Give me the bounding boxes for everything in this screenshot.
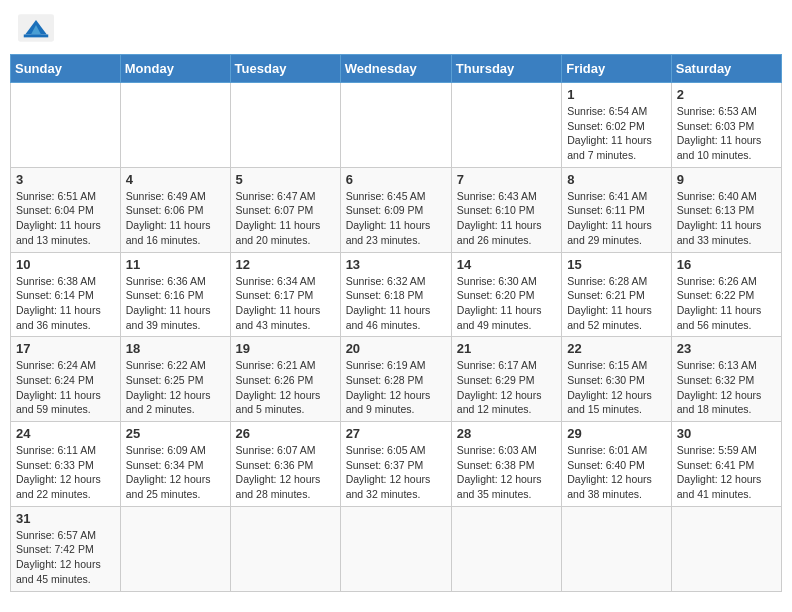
calendar-cell: 18Sunrise: 6:22 AM Sunset: 6:25 PM Dayli… — [120, 337, 230, 422]
day-info: Sunrise: 6:05 AM Sunset: 6:37 PM Dayligh… — [346, 443, 446, 502]
calendar-cell: 22Sunrise: 6:15 AM Sunset: 6:30 PM Dayli… — [562, 337, 672, 422]
col-header-tuesday: Tuesday — [230, 55, 340, 83]
day-info: Sunrise: 6:40 AM Sunset: 6:13 PM Dayligh… — [677, 189, 776, 248]
col-header-friday: Friday — [562, 55, 672, 83]
calendar-cell — [11, 83, 121, 168]
calendar-cell — [451, 506, 561, 591]
day-info: Sunrise: 6:54 AM Sunset: 6:02 PM Dayligh… — [567, 104, 666, 163]
calendar-cell — [340, 83, 451, 168]
day-number: 27 — [346, 426, 446, 441]
day-number: 10 — [16, 257, 115, 272]
day-info: Sunrise: 6:19 AM Sunset: 6:28 PM Dayligh… — [346, 358, 446, 417]
day-info: Sunrise: 6:21 AM Sunset: 6:26 PM Dayligh… — [236, 358, 335, 417]
day-info: Sunrise: 6:07 AM Sunset: 6:36 PM Dayligh… — [236, 443, 335, 502]
day-number: 28 — [457, 426, 556, 441]
calendar-cell — [120, 83, 230, 168]
calendar-header: SundayMondayTuesdayWednesdayThursdayFrid… — [11, 55, 782, 83]
calendar-cell: 28Sunrise: 6:03 AM Sunset: 6:38 PM Dayli… — [451, 422, 561, 507]
day-info: Sunrise: 6:41 AM Sunset: 6:11 PM Dayligh… — [567, 189, 666, 248]
day-info: Sunrise: 6:01 AM Sunset: 6:40 PM Dayligh… — [567, 443, 666, 502]
calendar-week-row: 1Sunrise: 6:54 AM Sunset: 6:02 PM Daylig… — [11, 83, 782, 168]
col-header-sunday: Sunday — [11, 55, 121, 83]
col-header-monday: Monday — [120, 55, 230, 83]
calendar-cell — [120, 506, 230, 591]
calendar-table: SundayMondayTuesdayWednesdayThursdayFrid… — [10, 54, 782, 592]
calendar-cell — [562, 506, 672, 591]
day-info: Sunrise: 6:53 AM Sunset: 6:03 PM Dayligh… — [677, 104, 776, 163]
col-header-thursday: Thursday — [451, 55, 561, 83]
calendar-cell: 7Sunrise: 6:43 AM Sunset: 6:10 PM Daylig… — [451, 167, 561, 252]
calendar-week-row: 17Sunrise: 6:24 AM Sunset: 6:24 PM Dayli… — [11, 337, 782, 422]
calendar-cell: 15Sunrise: 6:28 AM Sunset: 6:21 PM Dayli… — [562, 252, 672, 337]
generalblue-logo-icon — [18, 14, 54, 42]
calendar-cell: 6Sunrise: 6:45 AM Sunset: 6:09 PM Daylig… — [340, 167, 451, 252]
day-number: 23 — [677, 341, 776, 356]
day-number: 13 — [346, 257, 446, 272]
calendar-cell: 26Sunrise: 6:07 AM Sunset: 6:36 PM Dayli… — [230, 422, 340, 507]
day-info: Sunrise: 6:24 AM Sunset: 6:24 PM Dayligh… — [16, 358, 115, 417]
day-info: Sunrise: 6:34 AM Sunset: 6:17 PM Dayligh… — [236, 274, 335, 333]
day-number: 21 — [457, 341, 556, 356]
calendar-cell: 27Sunrise: 6:05 AM Sunset: 6:37 PM Dayli… — [340, 422, 451, 507]
day-number: 4 — [126, 172, 225, 187]
calendar-cell: 19Sunrise: 6:21 AM Sunset: 6:26 PM Dayli… — [230, 337, 340, 422]
day-info: Sunrise: 6:28 AM Sunset: 6:21 PM Dayligh… — [567, 274, 666, 333]
calendar-cell: 10Sunrise: 6:38 AM Sunset: 6:14 PM Dayli… — [11, 252, 121, 337]
calendar-cell: 29Sunrise: 6:01 AM Sunset: 6:40 PM Dayli… — [562, 422, 672, 507]
col-header-saturday: Saturday — [671, 55, 781, 83]
calendar-cell: 16Sunrise: 6:26 AM Sunset: 6:22 PM Dayli… — [671, 252, 781, 337]
calendar-cell: 12Sunrise: 6:34 AM Sunset: 6:17 PM Dayli… — [230, 252, 340, 337]
svg-rect-3 — [24, 34, 48, 37]
calendar-cell: 1Sunrise: 6:54 AM Sunset: 6:02 PM Daylig… — [562, 83, 672, 168]
calendar-week-row: 3Sunrise: 6:51 AM Sunset: 6:04 PM Daylig… — [11, 167, 782, 252]
calendar-cell: 20Sunrise: 6:19 AM Sunset: 6:28 PM Dayli… — [340, 337, 451, 422]
day-info: Sunrise: 6:51 AM Sunset: 6:04 PM Dayligh… — [16, 189, 115, 248]
calendar-cell: 30Sunrise: 5:59 AM Sunset: 6:41 PM Dayli… — [671, 422, 781, 507]
day-info: Sunrise: 6:47 AM Sunset: 6:07 PM Dayligh… — [236, 189, 335, 248]
day-info: Sunrise: 6:36 AM Sunset: 6:16 PM Dayligh… — [126, 274, 225, 333]
day-number: 17 — [16, 341, 115, 356]
calendar-cell: 17Sunrise: 6:24 AM Sunset: 6:24 PM Dayli… — [11, 337, 121, 422]
day-headers-row: SundayMondayTuesdayWednesdayThursdayFrid… — [11, 55, 782, 83]
day-info: Sunrise: 6:43 AM Sunset: 6:10 PM Dayligh… — [457, 189, 556, 248]
page-header — [10, 10, 782, 46]
calendar-cell: 11Sunrise: 6:36 AM Sunset: 6:16 PM Dayli… — [120, 252, 230, 337]
calendar-cell — [671, 506, 781, 591]
day-number: 16 — [677, 257, 776, 272]
day-number: 24 — [16, 426, 115, 441]
calendar-week-row: 31Sunrise: 6:57 AM Sunset: 7:42 PM Dayli… — [11, 506, 782, 591]
calendar-week-row: 10Sunrise: 6:38 AM Sunset: 6:14 PM Dayli… — [11, 252, 782, 337]
col-header-wednesday: Wednesday — [340, 55, 451, 83]
day-number: 15 — [567, 257, 666, 272]
calendar-cell: 2Sunrise: 6:53 AM Sunset: 6:03 PM Daylig… — [671, 83, 781, 168]
day-number: 22 — [567, 341, 666, 356]
day-info: Sunrise: 6:49 AM Sunset: 6:06 PM Dayligh… — [126, 189, 225, 248]
day-number: 31 — [16, 511, 115, 526]
day-number: 18 — [126, 341, 225, 356]
calendar-cell: 5Sunrise: 6:47 AM Sunset: 6:07 PM Daylig… — [230, 167, 340, 252]
day-number: 30 — [677, 426, 776, 441]
calendar-cell: 3Sunrise: 6:51 AM Sunset: 6:04 PM Daylig… — [11, 167, 121, 252]
day-number: 3 — [16, 172, 115, 187]
calendar-cell: 25Sunrise: 6:09 AM Sunset: 6:34 PM Dayli… — [120, 422, 230, 507]
calendar-cell: 4Sunrise: 6:49 AM Sunset: 6:06 PM Daylig… — [120, 167, 230, 252]
day-info: Sunrise: 6:15 AM Sunset: 6:30 PM Dayligh… — [567, 358, 666, 417]
day-info: Sunrise: 6:17 AM Sunset: 6:29 PM Dayligh… — [457, 358, 556, 417]
day-number: 7 — [457, 172, 556, 187]
day-number: 12 — [236, 257, 335, 272]
day-number: 6 — [346, 172, 446, 187]
calendar-cell — [230, 83, 340, 168]
day-info: Sunrise: 6:30 AM Sunset: 6:20 PM Dayligh… — [457, 274, 556, 333]
calendar-cell: 13Sunrise: 6:32 AM Sunset: 6:18 PM Dayli… — [340, 252, 451, 337]
day-number: 2 — [677, 87, 776, 102]
day-info: Sunrise: 6:11 AM Sunset: 6:33 PM Dayligh… — [16, 443, 115, 502]
day-info: Sunrise: 6:57 AM Sunset: 7:42 PM Dayligh… — [16, 528, 115, 587]
day-number: 9 — [677, 172, 776, 187]
day-number: 5 — [236, 172, 335, 187]
calendar-cell: 24Sunrise: 6:11 AM Sunset: 6:33 PM Dayli… — [11, 422, 121, 507]
calendar-week-row: 24Sunrise: 6:11 AM Sunset: 6:33 PM Dayli… — [11, 422, 782, 507]
calendar-cell — [451, 83, 561, 168]
calendar-cell: 23Sunrise: 6:13 AM Sunset: 6:32 PM Dayli… — [671, 337, 781, 422]
day-number: 19 — [236, 341, 335, 356]
calendar-cell: 31Sunrise: 6:57 AM Sunset: 7:42 PM Dayli… — [11, 506, 121, 591]
